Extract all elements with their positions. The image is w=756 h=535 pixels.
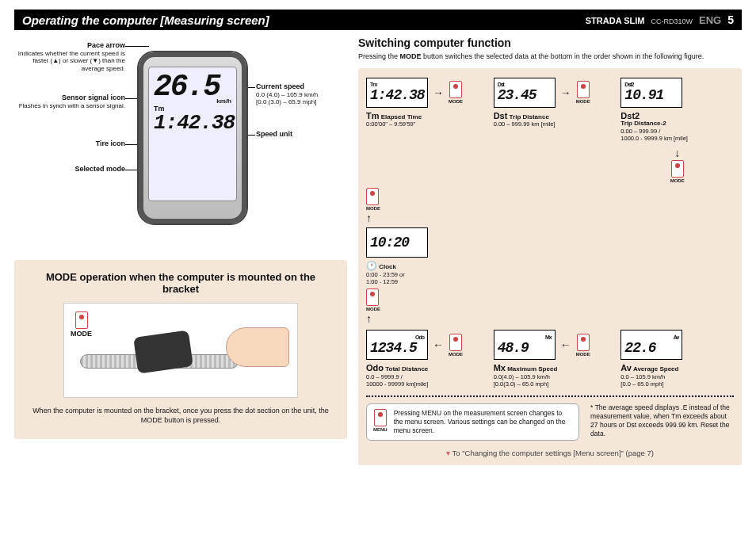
callout-body: Indicates whether the current speed is f… bbox=[18, 50, 125, 72]
callout-tire: Tire icon bbox=[14, 139, 125, 148]
mode-icon bbox=[75, 311, 88, 329]
callout-body: 0.0 (4.0) – 105.9 km/h [0.0 (3.0) – 65.9… bbox=[256, 91, 318, 106]
speed-value: 26.5 bbox=[154, 72, 220, 102]
callout-title: Pace arrow bbox=[87, 41, 125, 49]
arrow-left-icon: ← bbox=[433, 338, 444, 351]
menu-note: MENU Pressing MENU on the measurement sc… bbox=[366, 403, 579, 441]
page-title: Operating the computer [Measuring screen… bbox=[22, 13, 586, 27]
callout-title: Selected mode bbox=[74, 165, 125, 173]
mode-icon bbox=[449, 334, 462, 351]
mode-odo: Odo 1234.5 ← MODE Odo Total Distance 0.0… bbox=[366, 330, 479, 388]
leader-line bbox=[125, 46, 149, 47]
display-tm: Tm 1:42.38 bbox=[366, 78, 428, 108]
mode-dst: Dst 23.45 → MODE Dst Trip Distance 0.00 … bbox=[494, 78, 607, 184]
goto-link: To "Changing the computer settings [Menu… bbox=[366, 449, 734, 457]
display-dst: Dst 23.45 bbox=[494, 78, 556, 108]
display-mx: Mx 48.9 bbox=[494, 330, 556, 360]
display-clock: 10:20 bbox=[366, 227, 428, 258]
callout-selected-mode: Selected mode bbox=[14, 165, 125, 174]
menu-icon bbox=[374, 409, 387, 426]
callout-title: Current speed bbox=[256, 82, 304, 90]
callout-body: Flashes in synch with a sensor signal. bbox=[19, 102, 125, 109]
mode-dst2: Dst2 10.91 Dst2 Trip Distance-2 0.00 – 9… bbox=[620, 78, 734, 184]
display-dst2: Dst2 10.91 bbox=[620, 78, 682, 108]
callout-title: Tire icon bbox=[96, 139, 125, 147]
mode-illustration: MODE bbox=[63, 303, 298, 398]
arrow-right-icon: → bbox=[433, 86, 444, 99]
mode-icon bbox=[366, 188, 379, 205]
arrow-up-icon: ↑ bbox=[366, 212, 372, 224]
callout-title: Sensor signal icon bbox=[62, 94, 125, 101]
callout-pace-arrow: Pace arrow Indicates whether the current… bbox=[14, 41, 125, 73]
finger-illustration bbox=[226, 327, 289, 367]
mode-box-heading: MODE operation when the computer is moun… bbox=[32, 271, 330, 295]
mode-icon bbox=[449, 81, 462, 98]
callout-sensor: Sensor signal icon Flashes in synch with… bbox=[14, 94, 125, 109]
arrow-up-icon: ↑ bbox=[366, 312, 372, 325]
arrow-left-icon: ← bbox=[560, 338, 571, 351]
mode-mx: Mx 48.9 ← MODE Mx Maximum Speed 0.0(4.0)… bbox=[494, 330, 607, 388]
callout-current-speed: Current speed 0.0 (4.0) – 105.9 km/h [0.… bbox=[256, 82, 351, 106]
mode-icon bbox=[366, 289, 379, 306]
mode-box-caption: When the computer is mounted on the brac… bbox=[32, 406, 330, 425]
arrow-down-icon: ↓ bbox=[674, 147, 680, 159]
menu-note-text: Pressing MENU on the measurement screen … bbox=[394, 409, 572, 435]
lang-label: ENG bbox=[699, 14, 721, 26]
mode-tm: Tm 1:42.38 → MODE Tm Elapsed Time 0:00'0… bbox=[366, 78, 479, 184]
mode-icon bbox=[671, 160, 684, 178]
mode-clock: MODE ↑ 10:20 🕐 Clock 0:00 - 23:59 or 1:0… bbox=[366, 188, 479, 325]
mounted-device-illustration bbox=[133, 330, 193, 373]
callout-speed-unit: Speed unit bbox=[256, 130, 351, 139]
mode-icon-group: MODE bbox=[71, 311, 92, 338]
switching-heading: Switching computer function bbox=[358, 36, 742, 49]
callout-title: Speed unit bbox=[256, 130, 292, 138]
device-body: 26.5 km/h Tm 1:42.38 bbox=[137, 51, 248, 225]
tm-value: 1:42.38 bbox=[154, 113, 231, 133]
header-product: STRADA SLIM CC-RD310W ENG 5 bbox=[586, 13, 734, 26]
manual-page: Operating the computer [Measuring screen… bbox=[0, 0, 756, 535]
notes-row: MENU Pressing MENU on the measurement sc… bbox=[366, 403, 734, 441]
mode-av: Av 22.6 Av Average Speed 0.0 – 105.9 km/… bbox=[620, 330, 734, 388]
right-column: Switching computer function Pressing the… bbox=[358, 36, 742, 465]
arrow-right-icon: → bbox=[560, 86, 571, 99]
left-column: Pace arrow Indicates whether the current… bbox=[14, 36, 347, 465]
page-number: 5 bbox=[727, 13, 734, 26]
dotted-separator bbox=[366, 396, 734, 397]
page-header: Operating the computer [Measuring screen… bbox=[14, 10, 742, 30]
mode-operation-box: MODE operation when the computer is moun… bbox=[14, 260, 347, 439]
mode-icon bbox=[577, 81, 590, 98]
mode-icon-label: MODE bbox=[71, 330, 92, 338]
product-code: CC-RD310W bbox=[651, 17, 693, 25]
mode-icon bbox=[577, 334, 590, 351]
switching-lead: Pressing the MODE button switches the se… bbox=[358, 52, 742, 62]
product-name: STRADA SLIM bbox=[586, 16, 645, 25]
device-screen: 26.5 km/h Tm 1:42.38 bbox=[148, 67, 237, 201]
device-diagram: Pace arrow Indicates whether the current… bbox=[14, 36, 347, 250]
mode-cycle-diagram: Tm 1:42.38 → MODE Tm Elapsed Time 0:00'0… bbox=[358, 68, 742, 465]
average-speed-note: * The average speed displays .E instead … bbox=[590, 403, 730, 441]
display-odo: Odo 1234.5 bbox=[366, 330, 428, 360]
display-av: Av 22.6 bbox=[620, 330, 682, 360]
